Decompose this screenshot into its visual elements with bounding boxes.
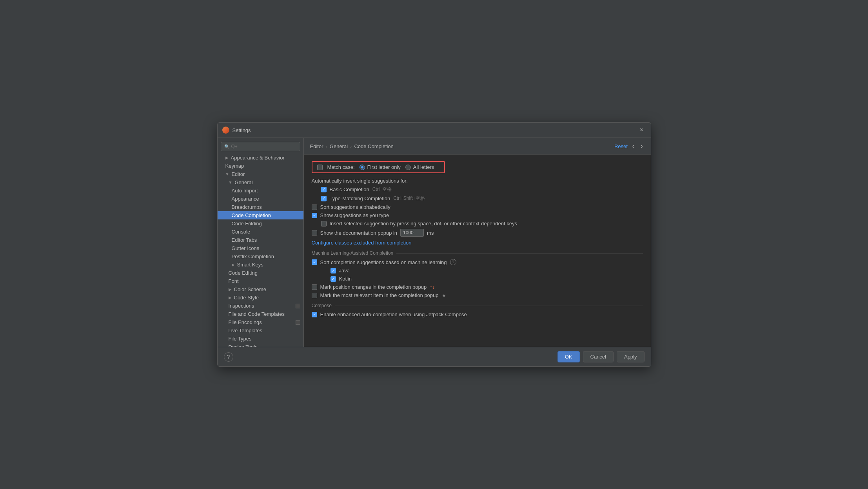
sidebar-label: Inspections bbox=[229, 303, 254, 309]
sidebar-item-code-folding[interactable]: Code Folding bbox=[218, 219, 303, 228]
breadcrumb-code-completion: Code Completion bbox=[354, 143, 393, 149]
kotlin-checkbox[interactable]: ✓ bbox=[330, 276, 336, 282]
sidebar-item-design-tools[interactable]: Design Tools bbox=[218, 343, 303, 347]
file-encodings-badge bbox=[296, 320, 300, 325]
sidebar-label: Code Editing bbox=[229, 270, 258, 276]
sidebar-item-file-types[interactable]: File Types bbox=[218, 335, 303, 343]
sidebar-label: Editor bbox=[231, 171, 245, 177]
compose-checkbox[interactable]: ✓ bbox=[312, 312, 317, 317]
expand-icon: ▶ bbox=[225, 156, 229, 160]
sidebar-label: Appearance bbox=[232, 196, 259, 202]
expand-icon: ▼ bbox=[229, 180, 232, 185]
sort-alpha-checkbox[interactable] bbox=[312, 205, 317, 210]
sidebar-label: Auto Import bbox=[232, 188, 258, 194]
basic-completion-label: Basic Completion bbox=[330, 187, 369, 192]
sidebar-item-breadcrumbs[interactable]: Breadcrumbs bbox=[218, 203, 303, 211]
content-area: Editor › General › Code Completion Reset… bbox=[304, 138, 651, 347]
sort-alpha-row: Sort suggestions alphabetically bbox=[312, 204, 643, 210]
sidebar-item-editor-tabs[interactable]: Editor Tabs bbox=[218, 236, 303, 244]
sidebar-item-general[interactable]: ▼ General bbox=[218, 178, 303, 187]
type-matching-shortcut: Ctrl+Shift+空格 bbox=[393, 195, 425, 202]
mark-position-label: Mark position changes in the completion … bbox=[320, 284, 427, 290]
basic-completion-row: ✓ Basic Completion Ctrl+空格 bbox=[312, 186, 643, 193]
forward-button[interactable]: › bbox=[639, 142, 644, 150]
sidebar-item-code-editing[interactable]: Code Editing bbox=[218, 269, 303, 277]
mark-position-row: Mark position changes in the completion … bbox=[312, 284, 643, 290]
search-input[interactable] bbox=[231, 144, 297, 149]
settings-dialog: Settings × 🔍 ▶ Appearance & Behavior Key… bbox=[217, 122, 651, 367]
match-case-checkbox[interactable] bbox=[317, 165, 323, 170]
sidebar-item-postfix-completion[interactable]: Postfix Completion bbox=[218, 252, 303, 261]
compose-enhanced-label: Enable enhanced auto-completion when usi… bbox=[320, 312, 467, 317]
sidebar-label: Code Folding bbox=[232, 221, 262, 226]
sidebar-label: Font bbox=[229, 278, 239, 284]
sidebar-label: Code Completion bbox=[232, 212, 271, 218]
show-as-type-row: ✓ Show suggestions as you type bbox=[312, 212, 643, 218]
type-matching-row: ✓ Type-Matching Completion Ctrl+Shift+空格 bbox=[312, 195, 643, 202]
sidebar-item-inspections[interactable]: Inspections bbox=[218, 302, 303, 310]
expand-icon: ▶ bbox=[229, 287, 232, 292]
main-content: 🔍 ▶ Appearance & Behavior Keymap ▼ Edito… bbox=[218, 138, 651, 347]
first-letter-radio[interactable] bbox=[360, 165, 365, 170]
all-letters-radio[interactable] bbox=[405, 165, 411, 170]
sidebar-item-appearance-behavior[interactable]: ▶ Appearance & Behavior bbox=[218, 154, 303, 162]
sidebar-item-file-code-templates[interactable]: File and Code Templates bbox=[218, 310, 303, 318]
insert-by-space-checkbox[interactable] bbox=[321, 221, 327, 226]
sidebar-item-font[interactable]: Font bbox=[218, 277, 303, 285]
doc-popup-input[interactable] bbox=[400, 229, 424, 237]
sidebar-label: Design Tools bbox=[229, 344, 258, 347]
sidebar-item-smart-keys[interactable]: ▶ Smart Keys bbox=[218, 261, 303, 269]
help-icon[interactable]: ? bbox=[450, 259, 456, 265]
sidebar-label: Gutter Icons bbox=[232, 245, 260, 251]
sidebar-item-code-completion[interactable]: Code Completion bbox=[218, 211, 303, 219]
titlebar: Settings × bbox=[218, 123, 651, 138]
sidebar-label: Color Scheme bbox=[234, 286, 266, 292]
type-matching-checkbox[interactable]: ✓ bbox=[321, 196, 327, 201]
sidebar-item-console[interactable]: Console bbox=[218, 228, 303, 236]
java-checkbox[interactable]: ✓ bbox=[330, 268, 336, 273]
help-button[interactable]: ? bbox=[224, 352, 233, 362]
sidebar-item-editor[interactable]: ▼ Editor bbox=[218, 170, 303, 178]
show-as-type-checkbox[interactable]: ✓ bbox=[312, 213, 317, 218]
sidebar-item-auto-import[interactable]: Auto Import bbox=[218, 187, 303, 195]
sidebar-item-appearance[interactable]: Appearance bbox=[218, 195, 303, 203]
back-button[interactable]: ‹ bbox=[631, 142, 636, 150]
sidebar-label: Postfix Completion bbox=[232, 254, 274, 259]
mark-relevant-checkbox[interactable] bbox=[312, 293, 317, 298]
ml-sort-row: ✓ Sort completion suggestions based on m… bbox=[312, 259, 643, 265]
breadcrumb: Editor › General › Code Completion bbox=[310, 143, 394, 149]
show-doc-popup-row: Show the documentation popup in ms bbox=[312, 229, 643, 237]
compose-separator: Compose bbox=[312, 303, 643, 308]
sidebar-item-file-encodings[interactable]: File Encodings bbox=[218, 318, 303, 326]
mark-relevant-label: Mark the most relevant item in the compl… bbox=[320, 292, 439, 298]
compose-section-label: Compose bbox=[312, 303, 332, 308]
mark-position-checkbox[interactable] bbox=[312, 284, 317, 290]
apply-button[interactable]: Apply bbox=[617, 351, 645, 362]
sidebar-label: Keymap bbox=[225, 163, 244, 169]
search-icon: 🔍 bbox=[224, 144, 230, 149]
doc-popup-suffix: ms bbox=[427, 230, 434, 236]
breadcrumb-editor: Editor bbox=[310, 143, 323, 149]
ok-button[interactable]: OK bbox=[557, 351, 580, 362]
show-as-type-label: Show suggestions as you type bbox=[320, 212, 389, 218]
match-case-section: Match case: First letter only All letter… bbox=[312, 161, 445, 173]
search-box[interactable]: 🔍 bbox=[221, 142, 300, 151]
kotlin-row: ✓ Kotlin bbox=[312, 276, 643, 282]
breadcrumb-sep2: › bbox=[350, 143, 352, 149]
configure-link[interactable]: Configure classes excluded from completi… bbox=[312, 240, 412, 246]
bottom-bar: ? OK Cancel Apply bbox=[218, 347, 651, 366]
sidebar-item-gutter-icons[interactable]: Gutter Icons bbox=[218, 244, 303, 252]
sidebar-item-code-style[interactable]: ▶ Code Style bbox=[218, 293, 303, 302]
sidebar-label: Appearance & Behavior bbox=[231, 155, 285, 161]
cancel-button[interactable]: Cancel bbox=[583, 351, 614, 362]
sidebar-item-live-templates[interactable]: Live Templates bbox=[218, 326, 303, 335]
sidebar-item-keymap[interactable]: Keymap bbox=[218, 162, 303, 170]
sidebar-item-color-scheme[interactable]: ▶ Color Scheme bbox=[218, 285, 303, 293]
basic-completion-checkbox[interactable]: ✓ bbox=[321, 187, 327, 192]
ml-sort-checkbox[interactable]: ✓ bbox=[312, 259, 317, 265]
show-doc-popup-checkbox[interactable] bbox=[312, 230, 317, 235]
close-button[interactable]: × bbox=[637, 126, 646, 134]
sidebar-label: File Types bbox=[229, 336, 252, 342]
reset-button[interactable]: Reset bbox=[614, 143, 628, 149]
ml-section-label: Machine Learning-Assisted Completion bbox=[312, 250, 394, 256]
